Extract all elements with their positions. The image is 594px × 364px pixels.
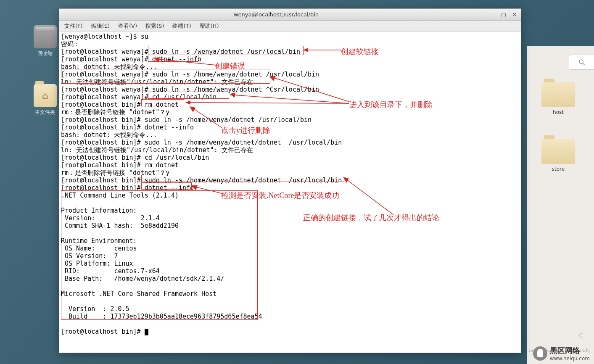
- annotation-arrow: [190, 106, 225, 131]
- svg-line-14: [196, 187, 223, 194]
- svg-marker-11: [185, 100, 190, 105]
- search-button[interactable]: [569, 55, 594, 70]
- titlebar[interactable]: wenya@localhost:/usr/local/bin — ▢ ✕: [59, 9, 521, 21]
- annotation-arrow: [303, 45, 343, 53]
- folder-icon: ⌂: [34, 84, 57, 107]
- annotation-box: [61, 69, 270, 84]
- annotation-box: [61, 190, 258, 320]
- desktop-label: 主文件夹: [26, 109, 64, 116]
- annotation-text: 进入到该目录下，并删除: [349, 100, 433, 110]
- window-title: wenya@localhost:/usr/local/bin: [63, 11, 490, 18]
- maximize-button[interactable]: ▢: [501, 12, 507, 18]
- menu-view[interactable]: 查看(V): [116, 21, 140, 31]
- menu-edit[interactable]: 编辑(E): [89, 21, 112, 31]
- desktop-home-folder[interactable]: ⌂ 主文件夹: [26, 84, 64, 116]
- menu-search[interactable]: 搜索(S): [143, 21, 166, 31]
- menu-file[interactable]: 文件(F): [62, 21, 85, 31]
- annotation-text: 创建错误: [215, 61, 245, 71]
- annotation-box: [141, 175, 344, 182]
- minimize-button[interactable]: —: [490, 12, 496, 18]
- terminal-window: wenya@localhost:/usr/local/bin — ▢ ✕ 文件(…: [59, 8, 521, 353]
- annotation-box: [141, 99, 184, 106]
- indicator-c: C: [579, 332, 583, 339]
- close-button[interactable]: ✕: [512, 12, 517, 18]
- desktop-label: host: [535, 109, 581, 115]
- annotation-arrow: [192, 185, 225, 196]
- svg-line-1: [583, 63, 585, 65]
- desktop-label: store: [535, 166, 581, 172]
- svg-marker-17: [343, 177, 349, 183]
- menu-terminal[interactable]: 终端(T): [170, 21, 193, 31]
- terminal-cursor: [145, 329, 148, 335]
- svg-marker-5: [154, 57, 160, 62]
- svg-line-12: [194, 109, 222, 128]
- annotation-text: 创建软链接: [341, 47, 379, 57]
- svg-marker-3: [303, 48, 308, 52]
- svg-marker-15: [192, 185, 198, 190]
- watermark-url: www.heiqu.com: [550, 356, 590, 361]
- annotation-box: [141, 182, 192, 190]
- search-icon: [578, 58, 586, 66]
- menu-help[interactable]: 帮助(H): [197, 21, 222, 31]
- annotation-arrow: [343, 177, 396, 217]
- folder-icon: [541, 82, 575, 107]
- annotation-text: 点击y进行删除: [221, 125, 270, 135]
- menubar: 文件(F) 编辑(E) 查看(V) 搜索(S) 终端(T) 帮助(H): [59, 21, 521, 32]
- desktop-store-folder[interactable]: store: [535, 139, 581, 172]
- svg-marker-7: [269, 76, 275, 81]
- annotation-box: [148, 46, 304, 55]
- desktop-trash[interactable]: 回收站: [26, 25, 64, 57]
- desktop-host-folder[interactable]: host: [535, 82, 581, 115]
- home-icon: ⌂: [42, 90, 48, 102]
- annotation-text: 检测是否安装.NetCore是否安装成功: [221, 190, 339, 200]
- svg-line-4: [159, 59, 217, 65]
- annotation-arrow: [154, 56, 217, 69]
- svg-marker-9: [230, 92, 235, 98]
- annotation-box: [148, 92, 229, 99]
- watermark-logo-icon: [533, 346, 547, 361]
- annotation-arrow: [185, 98, 351, 107]
- svg-line-16: [346, 179, 393, 215]
- trash-icon: [34, 25, 57, 48]
- folder-icon: [541, 139, 575, 164]
- svg-line-10: [190, 103, 349, 103]
- desktop-label: 回收站: [26, 50, 64, 57]
- watermark: 黑区网络 www.heiqu.com: [533, 346, 590, 361]
- watermark-brand: 黑区网络: [550, 346, 590, 356]
- svg-point-0: [579, 60, 583, 63]
